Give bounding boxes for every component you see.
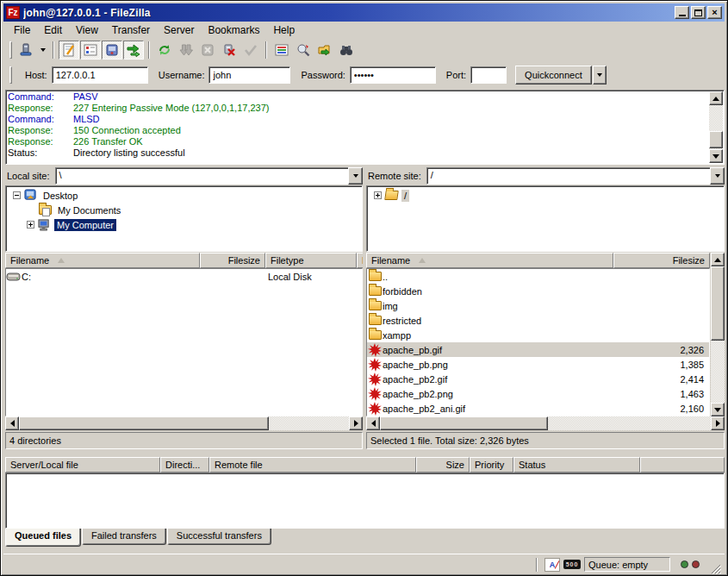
chevron-down-icon: [353, 174, 358, 178]
expand-icon[interactable]: [27, 221, 34, 229]
remote-file-row[interactable]: apache_pb.png 1,385: [367, 357, 709, 372]
scroll-down-button[interactable]: [709, 149, 723, 163]
file-size: 1,385: [614, 360, 709, 370]
local-file-row[interactable]: C: Local Disk: [6, 269, 362, 284]
menu-bookmarks[interactable]: Bookmarks: [201, 22, 266, 38]
menu-file[interactable]: File: [7, 22, 37, 38]
scrollbar-thumb[interactable]: [380, 416, 548, 430]
local-site-combo[interactable]: \: [55, 167, 363, 185]
password-input[interactable]: [350, 66, 436, 84]
menu-view[interactable]: View: [69, 22, 105, 38]
log-line: Command:MLSD: [8, 114, 722, 125]
remote-vscrollbar[interactable]: [711, 253, 725, 416]
column-server-local-file[interactable]: Server/Local file: [5, 457, 160, 473]
column-remote-file[interactable]: Remote file: [209, 457, 416, 473]
column-filesize[interactable]: Filesize: [200, 253, 265, 268]
scrollbar-thumb[interactable]: [709, 131, 723, 148]
tab-queued-files[interactable]: Queued files: [5, 529, 81, 547]
host-input[interactable]: [52, 66, 148, 84]
remote-file-row[interactable]: ..: [367, 269, 709, 284]
process-queue-button[interactable]: [176, 41, 196, 59]
remote-hscrollbar[interactable]: [366, 416, 725, 430]
local-hscrollbar[interactable]: [5, 416, 363, 430]
menu-transfer[interactable]: Transfer: [105, 22, 157, 38]
menu-edit[interactable]: Edit: [37, 22, 69, 38]
status-bar: A 500 Queue: empty: [3, 554, 725, 574]
remote-file-row[interactable]: forbidden: [367, 284, 709, 298]
local-tree: Desktop My Documents My Computer: [5, 185, 363, 252]
column-size[interactable]: Size: [416, 457, 470, 473]
column-direction[interactable]: Directi...: [160, 457, 209, 473]
synchronized-browsing-button[interactable]: [314, 41, 335, 59]
scrollbar-thumb[interactable]: [711, 266, 725, 341]
minimize-button[interactable]: [675, 6, 689, 19]
tree-item-root[interactable]: /: [374, 188, 409, 203]
find-files-button[interactable]: [336, 41, 357, 59]
tree-item-desktop[interactable]: Desktop: [13, 188, 80, 203]
username-input[interactable]: [208, 66, 290, 84]
tree-item-my-computer[interactable]: My Computer: [27, 217, 116, 232]
local-site-value[interactable]: \: [55, 167, 348, 185]
local-site-dropdown-button[interactable]: [348, 167, 363, 185]
remote-file-row[interactable]: apache_pb2.gif 2,414: [367, 372, 709, 386]
remote-site-value[interactable]: /: [426, 167, 710, 185]
tab-failed-transfers[interactable]: Failed transfers: [82, 529, 166, 545]
remote-file-row[interactable]: xampp: [367, 328, 709, 342]
reconnect-button[interactable]: [240, 41, 261, 59]
column-priority[interactable]: Priority: [470, 457, 513, 473]
toggle-remote-tree-button[interactable]: [102, 41, 122, 59]
directory-listing-filters-button[interactable]: [271, 41, 292, 59]
quickconnect-button[interactable]: Quickconnect: [515, 66, 592, 85]
cancel-operation-button[interactable]: [197, 41, 218, 59]
remote-file-row[interactable]: img: [367, 298, 709, 313]
port-input[interactable]: [470, 66, 507, 84]
scroll-up-button[interactable]: [709, 91, 723, 105]
refresh-button[interactable]: [154, 41, 175, 59]
menu-help[interactable]: Help: [266, 22, 302, 38]
send-led-icon: [692, 560, 700, 568]
expand-icon[interactable]: [374, 191, 382, 199]
remote-file-row-selected[interactable]: apache_pb.gif 2,326: [367, 342, 709, 357]
disconnect-button[interactable]: [219, 41, 240, 59]
toggle-message-log-button[interactable]: [59, 41, 79, 59]
local-list-header: Filename Filesize Filetype L: [5, 253, 363, 268]
scroll-up-button[interactable]: [711, 253, 725, 266]
toggle-transfer-queue-button[interactable]: [123, 41, 144, 59]
site-manager-button[interactable]: [16, 41, 36, 59]
site-manager-dropdown-button[interactable]: [37, 41, 48, 59]
directory-comparison-button[interactable]: [293, 41, 314, 59]
quickconnect-dropdown-button[interactable]: [593, 66, 607, 85]
remote-site-combo[interactable]: /: [426, 167, 725, 185]
scroll-left-button[interactable]: [366, 416, 380, 430]
column-last-modified[interactable]: L: [357, 253, 363, 268]
toggle-local-tree-button[interactable]: [80, 41, 101, 59]
scroll-right-button[interactable]: [711, 416, 725, 430]
resize-grip[interactable]: [710, 563, 721, 574]
remote-file-list: .. forbidden img restricted xampp apache…: [366, 268, 710, 416]
filezilla-window: Fz john@127.0.0.1 - FileZilla × File Edi…: [0, 0, 728, 576]
close-button[interactable]: ×: [707, 6, 722, 19]
remote-file-row[interactable]: apache_pb2.png 1,463: [367, 386, 709, 401]
column-filename[interactable]: Filename: [5, 253, 200, 268]
log-line: Command:PASV: [8, 91, 722, 103]
title-bar[interactable]: Fz john@127.0.0.1 - FileZilla ×: [3, 3, 725, 22]
scroll-down-button[interactable]: [711, 403, 725, 416]
scroll-right-button[interactable]: [349, 416, 363, 430]
column-filesize[interactable]: Filesize: [613, 253, 710, 268]
scroll-left-button[interactable]: [5, 416, 19, 430]
reconnect-icon: [244, 43, 258, 57]
log-scrollbar[interactable]: [709, 91, 723, 163]
remote-site-dropdown-button[interactable]: [710, 167, 725, 185]
menu-server[interactable]: Server: [157, 22, 201, 38]
tree-item-my-documents[interactable]: My Documents: [39, 203, 123, 217]
column-status[interactable]: Status: [513, 457, 640, 473]
maximize-button[interactable]: [691, 6, 706, 19]
collapse-icon[interactable]: [13, 191, 21, 199]
tab-successful-transfers[interactable]: Successful transfers: [167, 529, 271, 545]
column-filetype[interactable]: Filetype: [265, 253, 357, 268]
log-line: Status:Directory listing successful: [8, 147, 722, 159]
scrollbar-thumb[interactable]: [19, 416, 269, 430]
remote-file-row[interactable]: restricted: [367, 313, 709, 328]
column-filename[interactable]: Filename: [366, 253, 613, 268]
remote-file-row[interactable]: apache_pb2_ani.gif 2,160: [367, 401, 709, 416]
